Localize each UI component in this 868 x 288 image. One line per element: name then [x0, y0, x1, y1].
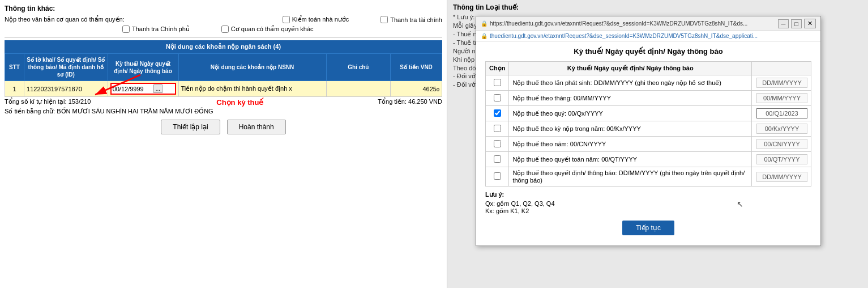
cell-sotien: 46250: [391, 81, 442, 97]
dialog-checkbox-cell: [486, 121, 509, 137]
dialog-row-checkbox[interactable]: [494, 79, 501, 86]
dialog-table-row: Nộp thuế theo năm: 00/CN/YYYY: [486, 137, 811, 152]
dialog-row-label: Nộp thuế theo quý: 00/Qx/YYYY: [509, 106, 752, 121]
dialog-title-text: Kỳ thuế/ Ngày quyết định/ Ngày thông báo: [485, 47, 811, 56]
thanh-tra-cp-group: Thanh tra Chính phủ: [122, 26, 190, 33]
nop-theo-label: Nộp theo văn bản cơ quan có thẩm quyền:: [5, 16, 125, 23]
co-quan-checkbox[interactable]: [221, 26, 229, 33]
thiet-lap-lai-button[interactable]: Thiết lập lại: [161, 120, 220, 134]
dialog-row-input[interactable]: [756, 93, 807, 103]
thanh-tra-cp-label: Thanh tra Chính phủ: [132, 26, 190, 33]
so-tien-bang-chu: Số tiền bằng chữ: BỐN MƯƠI SÁU NGHÌN HAI…: [5, 108, 442, 115]
dialog-body: Kỳ thuế/ Ngày quyết định/ Ngày thông báo…: [476, 41, 820, 245]
luu-y-title: Lưu ý:: [485, 191, 811, 198]
dialog-checkbox-cell: [486, 106, 509, 121]
dialog-table-row: Nộp thuế theo tháng: 00/MM/YYYY: [486, 91, 811, 106]
divider: [5, 37, 442, 38]
table-header: Nội dung các khoản nộp ngân sách (4): [5, 40, 442, 53]
dialog-row-checkbox[interactable]: [494, 172, 501, 180]
kiem-toan-checkbox[interactable]: [283, 16, 290, 23]
thanh-tra-tc-group: Thanh tra tài chính: [380, 16, 442, 23]
cell-ghichu: [326, 81, 391, 97]
restore-button[interactable]: □: [791, 19, 802, 28]
date-input[interactable]: [113, 86, 152, 92]
dialog-row-checkbox[interactable]: [494, 94, 501, 101]
col-chon-header: Chọn: [486, 62, 509, 75]
dialog-row-input-cell: [752, 91, 811, 106]
dialog-table: Chọn Kỳ thuế/ Ngày quyết định/ Ngày thôn…: [485, 61, 811, 187]
col-header-noidung: Nội dung các khoản nộp NSNN: [178, 54, 326, 81]
nop-theo-row: Nộp theo văn bản cơ quan có thẩm quyền: …: [5, 16, 442, 23]
dialog-row-input-cell: [752, 106, 811, 121]
thanh-tra-tc-checkbox[interactable]: [380, 16, 388, 23]
bg-info-title: Thông tin Loại thuế:: [453, 3, 862, 11]
tong-so-ki-tu: Tổng số kí tự hiện tại: 153/210: [5, 98, 91, 105]
dialog-row-input[interactable]: [756, 139, 807, 149]
right-panel: Thông tin Loại thuế: * Lưu ý: Mỗi giấy n…: [447, 0, 868, 288]
dialog-row-checkbox[interactable]: [494, 155, 501, 163]
dialog-row-input-cell: [752, 167, 811, 187]
thanh-tra-cp-checkbox[interactable]: [122, 26, 130, 33]
address-lock-icon: 🔒: [481, 33, 488, 39]
dialog-table-row: Nộp thuế theo quyết định/ thông báo: DD/…: [486, 167, 811, 187]
dialog-checkbox-cell: [486, 75, 509, 91]
hoan-thanh-button[interactable]: Hoàn thành: [227, 120, 286, 134]
close-button[interactable]: ✕: [804, 19, 816, 28]
thanh-tra-tc-label: Thanh tra tài chính: [390, 16, 442, 23]
col-input-header: [752, 62, 811, 75]
col-header-stt: STT: [5, 54, 24, 81]
dialog-window: 🔒 https://thuedientu.gdt.gov.vn/etaxnnt/…: [476, 16, 821, 246]
minimize-button[interactable]: ─: [778, 19, 789, 28]
tiep-tuc-row: Tiếp tục: [485, 221, 811, 240]
luu-y-section: Lưu ý: Qx: gồm Q1, Q2, Q3, Q4 Kx: gồm K1…: [485, 191, 811, 215]
dialog-url-title: https://thuedientu.gdt.gov.vn/etaxnnt/Re…: [490, 20, 776, 27]
thanh-tra-row: Thanh tra Chính phủ Cơ quan có thẩm quyề…: [5, 26, 442, 33]
left-panel: Thông tin khác: Nộp theo văn bản cơ quan…: [0, 0, 447, 288]
col-header-ghichu: Ghi chú: [326, 54, 391, 81]
dialog-row-input-cell: [752, 152, 811, 167]
cell-ky: ...: [108, 81, 178, 97]
dialog-row-input[interactable]: [756, 108, 807, 118]
dialog-row-checkbox[interactable]: [494, 109, 501, 117]
kiem-toan-group: Kiểm toán nhà nước: [283, 16, 349, 23]
luu-y-qx: Qx: gồm Q1, Q2, Q3, Q4: [485, 200, 811, 207]
col-header-id: Số tờ khai/ Số quyết định/ Số thông báo/…: [24, 54, 108, 81]
co-quan-group: Cơ quan có thẩm quyền khác: [221, 26, 314, 33]
dialog-row-label: Nộp thuế theo năm: 00/CN/YYYY: [509, 137, 752, 152]
col-ky-thue-header: Kỳ thuế/ Ngày quyết định/ Ngày thông báo: [509, 62, 752, 75]
lock-icon: 🔒: [481, 20, 488, 27]
col-header-sotien: Số tiền VND: [391, 54, 442, 81]
date-cell[interactable]: ...: [110, 83, 176, 95]
dialog-row-label: Nộp thuế theo tháng: 00/MM/YYYY: [509, 91, 752, 106]
dialog-checkbox-cell: [486, 91, 509, 106]
co-quan-label: Cơ quan có thẩm quyền khác: [231, 26, 314, 33]
dialog-table-row: Nộp thuế theo quý: 00/Qx/YYYY: [486, 106, 811, 121]
dialog-addressbar: 🔒 thuedientu.gdt.gov.vn/etaxnnt/Request?…: [476, 31, 820, 41]
dialog-row-checkbox[interactable]: [494, 140, 501, 147]
luu-y-kx: Kx: gồm K1, K2: [485, 207, 811, 215]
dialog-row-input[interactable]: [756, 172, 807, 182]
ellipsis-button[interactable]: ...: [153, 84, 163, 93]
tong-tien: Tổng tiền: 46.250 VND: [378, 98, 442, 105]
dialog-row-input-cell: [752, 121, 811, 137]
dialog-checkbox-cell: [486, 152, 509, 167]
dialog-checkbox-cell: [486, 167, 509, 187]
dialog-row-input[interactable]: [756, 154, 807, 164]
dialog-row-checkbox[interactable]: [494, 125, 501, 132]
dialog-row-label: Nộp thuế theo quyết định/ thông báo: DD/…: [509, 167, 752, 187]
dialog-address-url: thuedientu.gdt.gov.vn/etaxnnt/Request?&d…: [490, 33, 758, 39]
kiem-toan-label: Kiểm toán nhà nước: [292, 16, 349, 23]
dialog-row-input[interactable]: [756, 78, 807, 88]
dialog-row-input-cell: [752, 75, 811, 91]
cell-id: 112202319757187​0: [24, 81, 108, 97]
dialog-checkbox-cell: [486, 137, 509, 152]
dialog-table-row: Nộp thuế theo lần phát sinh: DD/MM/YYYY …: [486, 75, 811, 91]
col-header-ky: Kỳ thuế/ Ngày quyết định/ Ngày thông báo: [108, 54, 178, 81]
dialog-row-input[interactable]: [756, 124, 807, 134]
nop-ngan-sach-table: STT Số tờ khai/ Số quyết định/ Số thông …: [5, 53, 442, 97]
thong-tin-khac-title: Thông tin khác:: [5, 5, 442, 12]
cell-stt: 1: [5, 81, 24, 97]
table-row: 1 112202319757187​0 ... Tiền nộp do chậm…: [5, 81, 442, 97]
tiep-tuc-button[interactable]: Tiếp tục: [622, 221, 674, 235]
chon-ky-thue-label: Chọn kỳ thuế: [102, 98, 378, 107]
